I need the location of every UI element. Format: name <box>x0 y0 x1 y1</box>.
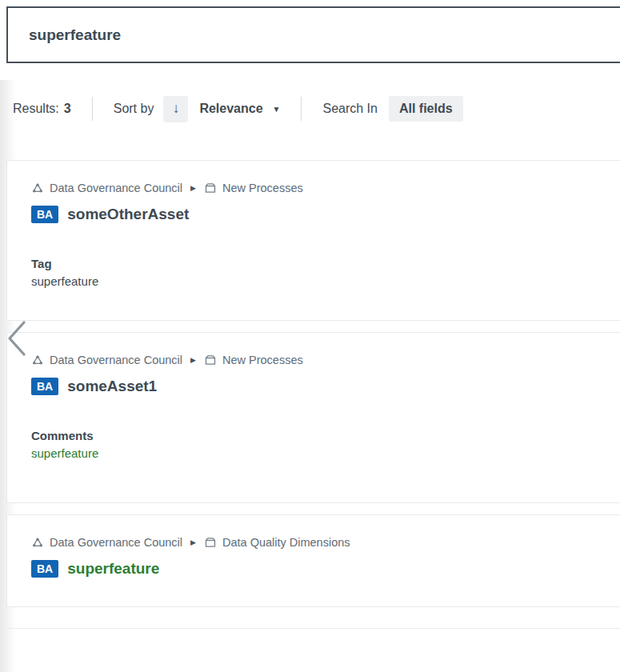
result-card: Data Governance Council ▶ Data Quality D… <box>6 514 620 607</box>
breadcrumb-domain[interactable]: New Processes <box>222 354 303 366</box>
arrow-down-icon: ↓ <box>173 101 180 117</box>
results-label: Results: <box>13 102 59 116</box>
asset-type-badge[interactable]: BA <box>31 560 58 578</box>
breadcrumb-domain[interactable]: New Processes <box>222 182 303 194</box>
field-value-highlighted: superfeature <box>31 445 620 462</box>
breadcrumb-community[interactable]: Data Governance Council <box>50 354 182 366</box>
sort-group: Sort by ↓ Relevance ▼ <box>114 96 281 122</box>
result-card: Data Governance Council ▶ New Processes … <box>6 160 620 321</box>
domain-icon <box>204 536 217 549</box>
breadcrumb-community[interactable]: Data Governance Council <box>50 536 182 549</box>
breadcrumb-arrow-icon: ▶ <box>190 184 196 192</box>
collapse-panel-button[interactable] <box>5 319 29 358</box>
search-in-group: Search In All fields <box>322 96 462 122</box>
search-in-label: Search In <box>322 102 377 116</box>
breadcrumb: Data Governance Council ▶ New Processes <box>31 354 620 366</box>
breadcrumb: Data Governance Council ▶ Data Quality D… <box>31 536 620 549</box>
field-value: superfeature <box>31 273 620 290</box>
caret-down-icon: ▼ <box>273 105 281 114</box>
asset-title-row: BA someAsset1 <box>31 378 620 395</box>
asset-type-badge[interactable]: BA <box>31 206 58 223</box>
toolbar-divider <box>92 97 93 121</box>
search-in-fields-button[interactable]: All fields <box>389 96 463 122</box>
chevron-left-icon <box>5 320 29 357</box>
breadcrumb-arrow-icon: ▶ <box>190 538 196 546</box>
breadcrumb: Data Governance Council ▶ New Processes <box>31 182 620 194</box>
community-icon <box>31 354 44 366</box>
breadcrumb-domain[interactable]: Data Quality Dimensions <box>222 536 350 549</box>
asset-title-link[interactable]: someAsset1 <box>67 378 157 395</box>
search-input[interactable] <box>6 6 620 63</box>
results-count-group: Results: 3 <box>13 102 71 116</box>
community-icon <box>31 182 44 194</box>
asset-title-link-highlighted[interactable]: superfeature <box>67 560 159 578</box>
domain-icon <box>204 182 217 194</box>
sort-order-button[interactable]: ↓ <box>163 96 188 122</box>
sort-by-label: Sort by <box>114 102 154 116</box>
community-icon <box>31 536 44 549</box>
matched-field: Comments superfeature <box>31 427 620 462</box>
result-card: Data Governance Council ▶ New Processes … <box>6 332 620 503</box>
toolbar-divider <box>301 97 302 121</box>
sort-field-dropdown[interactable]: Relevance ▼ <box>199 102 280 116</box>
search-results-page: Results: 3 Sort by ↓ Relevance ▼ Search … <box>0 0 620 672</box>
results-count: 3 <box>64 102 71 116</box>
sort-field-value: Relevance <box>199 102 262 116</box>
asset-title-row: BA superfeature <box>31 560 620 578</box>
domain-icon <box>204 354 217 366</box>
field-label: Comments <box>31 427 620 445</box>
field-label: Tag <box>31 255 620 273</box>
asset-title-link[interactable]: someOtherAsset <box>67 206 189 223</box>
asset-type-badge[interactable]: BA <box>31 378 58 395</box>
breadcrumb-arrow-icon: ▶ <box>190 356 196 364</box>
breadcrumb-community[interactable]: Data Governance Council <box>50 182 182 194</box>
asset-title-row: BA someOtherAsset <box>31 206 620 223</box>
matched-field: Tag superfeature <box>31 255 620 290</box>
results-toolbar: Results: 3 Sort by ↓ Relevance ▼ Search … <box>13 94 463 123</box>
next-card-top-border <box>6 628 620 629</box>
